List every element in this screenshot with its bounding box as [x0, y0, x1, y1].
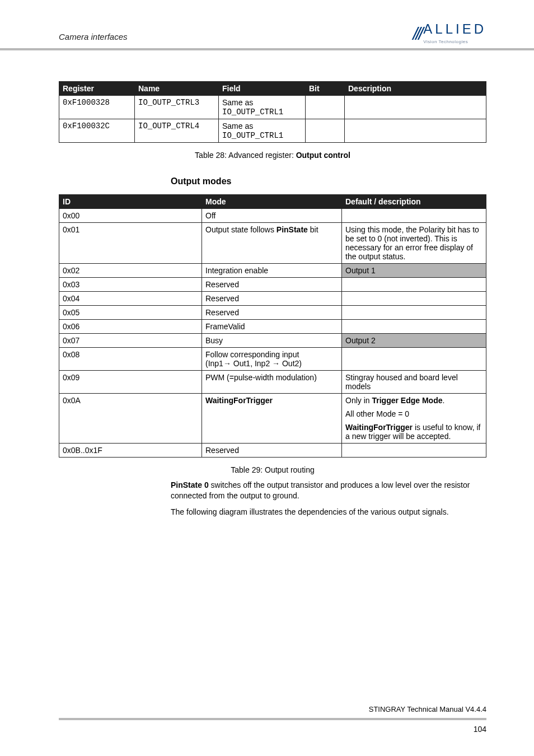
cell-name: IO_OUTP_CTRL3 [135, 96, 219, 119]
logo: /// ALLIED Vision Technologies [413, 22, 486, 45]
cell-id: 0x06 [59, 320, 202, 334]
cell-desc [342, 320, 486, 334]
table-row: 0x07 Busy Output 2 [59, 334, 486, 348]
cell-mode: Follow corresponding input (Inp1→ Out1, … [202, 348, 342, 371]
table-row: 0xF100032C IO_OUTP_CTRL4 Same as IO_OUTP… [59, 119, 486, 143]
table2-caption: Table 29: Output routing [59, 465, 486, 474]
cell-desc: Using this mode, the Polarity bit has to… [342, 223, 486, 264]
col-default: Default / description [342, 195, 486, 209]
cell-bit [306, 119, 345, 143]
field-text: Same as [222, 98, 253, 107]
logo-slashes-icon: /// [413, 24, 421, 44]
cell-mode: Reserved [202, 278, 342, 292]
cell-mode: Output state follows PinState bit [202, 223, 342, 264]
cell-desc: Stingray housed and board level models [342, 371, 486, 394]
table-row: 0x0A WaitingForTrigger Only in Trigger E… [59, 394, 486, 408]
mode-text: bit [308, 225, 318, 234]
mode-bold: WaitingForTrigger [205, 396, 273, 405]
cell-mode: WaitingForTrigger [202, 394, 342, 444]
cell-desc [342, 209, 486, 223]
cell-desc [345, 96, 486, 119]
logo-main: ALLIED [423, 21, 486, 36]
table-row: 0x09 PWM (=pulse-width modulation) Sting… [59, 371, 486, 394]
mode-text: Output state follows [205, 225, 277, 234]
table-row: 0x0B..0x1F Reserved [59, 444, 486, 458]
col-id: ID [59, 195, 202, 209]
cell-desc [342, 292, 486, 306]
cell-desc [342, 348, 486, 371]
col-register: Register [59, 82, 135, 96]
cell-id: 0x08 [59, 348, 202, 371]
desc-bold: WaitingForTrigger [345, 423, 413, 432]
cell-mode: Busy [202, 334, 342, 348]
output-modes-heading: Output modes [171, 176, 486, 186]
caption-text: Table 28: Advanced register: [195, 151, 296, 160]
caption-bold: Output control [296, 151, 350, 160]
cell-mode: Reserved [202, 306, 342, 320]
desc-text: Only in [345, 396, 372, 405]
cell-id: 0x05 [59, 306, 202, 320]
register-table: Register Name Field Bit Description 0xF1… [59, 81, 486, 143]
table-row: 0x03 Reserved [59, 278, 486, 292]
field-text: Same as [222, 122, 253, 130]
col-description: Description [345, 82, 486, 96]
desc-bold: Trigger Edge Mode [372, 396, 442, 405]
col-mode: Mode [202, 195, 342, 209]
cell-mode: PWM (=pulse-width modulation) [202, 371, 342, 394]
cell-register: 0xF100032C [59, 119, 135, 143]
table-row: 0xF1000328 IO_OUTP_CTRL3 Same as IO_OUTP… [59, 96, 486, 119]
logo-sub: Vision Technologies [423, 39, 468, 44]
cell-mode: Off [202, 209, 342, 223]
table-row: 0x08 Follow corresponding input (Inp1→ O… [59, 348, 486, 371]
footer-manual: STINGRAY Technical Manual V4.4.4 [59, 705, 486, 720]
cell-id: 0x00 [59, 209, 202, 223]
cell-id: 0x09 [59, 371, 202, 394]
table-row: 0x05 Reserved [59, 306, 486, 320]
field-ref: IO_OUTP_CTRL1 [222, 108, 283, 116]
cell-desc [345, 119, 486, 143]
cell-desc: WaitingForTrigger is useful to know, if … [342, 421, 486, 444]
desc-text: . [442, 396, 444, 405]
cell-id: 0x03 [59, 278, 202, 292]
cell-id: 0x02 [59, 264, 202, 278]
cell-desc: All other Mode = 0 [342, 407, 486, 421]
cell-id: 0x0A [59, 394, 202, 444]
table-row: 0x02 Integration enable Output 1 [59, 264, 486, 278]
cell-name: IO_OUTP_CTRL4 [135, 119, 219, 143]
table-row: 0x00 Off [59, 209, 486, 223]
section-title: Camera interfaces [59, 32, 128, 45]
col-bit: Bit [306, 82, 345, 96]
col-name: Name [135, 82, 219, 96]
cell-id: 0x01 [59, 223, 202, 264]
cell-desc [342, 306, 486, 320]
field-ref: IO_OUTP_CTRL1 [222, 131, 283, 140]
cell-mode: Integration enable [202, 264, 342, 278]
pinstate-text: switches off the output transistor and p… [171, 480, 470, 500]
cell-field: Same as IO_OUTP_CTRL1 [219, 96, 306, 119]
cell-id: 0x0B..0x1F [59, 444, 202, 458]
diagram-paragraph: The following diagram illustrates the de… [171, 507, 486, 517]
cell-mode: Reserved [202, 444, 342, 458]
mode-bold: PinState [277, 225, 308, 234]
table1-caption: Table 28: Advanced register: Output cont… [59, 151, 486, 160]
cell-desc: Output 2 [342, 334, 486, 348]
cell-field: Same as IO_OUTP_CTRL1 [219, 119, 306, 143]
cell-mode: FrameValid [202, 320, 342, 334]
table-row: 0x06 FrameValid [59, 320, 486, 334]
cell-desc: Output 1 [342, 264, 486, 278]
cell-desc [342, 278, 486, 292]
cell-id: 0x04 [59, 292, 202, 306]
footer-page: 104 [59, 725, 486, 734]
col-field: Field [219, 82, 306, 96]
cell-desc [342, 444, 486, 458]
cell-desc: Only in Trigger Edge Mode. [342, 394, 486, 408]
cell-bit [306, 96, 345, 119]
table-row: 0x04 Reserved [59, 292, 486, 306]
pinstate-paragraph: PinState 0 switches off the output trans… [171, 480, 486, 501]
cell-mode: Reserved [202, 292, 342, 306]
mode-line1: Follow corresponding input [205, 350, 299, 359]
cell-register: 0xF1000328 [59, 96, 135, 119]
cell-id: 0x07 [59, 334, 202, 348]
pinstate-bold: PinState 0 [171, 480, 209, 489]
output-modes-table: ID Mode Default / description 0x00 Off 0… [59, 194, 486, 458]
